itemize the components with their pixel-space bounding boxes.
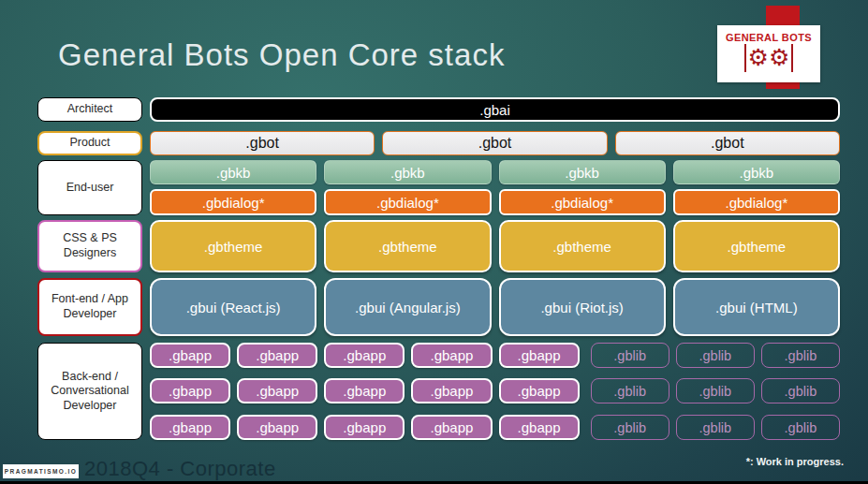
gbtheme-box: .gbtheme [324,220,491,272]
row-label-product: Product [37,131,142,155]
gbkb-box: .gbkb [324,160,491,184]
gbui-riot-box: .gbui (Riot.js) [499,278,666,336]
footer-caption: 2018Q4 - Corporate [84,457,276,481]
gbapp-box: .gbapp [237,343,317,368]
row-label-designers: CSS & PS Designers [37,220,142,272]
gblib-box: .gblib [761,378,840,403]
gbui-angular-box: .gbui (Angular.js) [324,278,491,336]
gear-bar-left [744,44,746,72]
gbdialog-box: .gbdialog* [150,189,316,215]
gblib-box: .gblib [761,343,840,368]
row-gbai: .gbai [150,97,840,122]
gbapp-box: .gbapp [237,378,317,403]
gblib-box: .gblib [761,415,840,440]
gbapp-box: .gbapp [411,343,492,368]
gbkb-box: .gbkb [499,160,666,184]
pragmatismo-logo: PRAGMATISMO.IO [3,464,79,478]
gbui-html-box: .gbui (HTML) [673,278,840,336]
row-gbdialog: .gbdialog* .gbdialog* .gbdialog* .gbdial… [150,189,840,215]
gblib-box: .gblib [676,378,755,403]
gbai-box: .gbai [150,97,840,122]
gbdialog-box: .gbdialog* [673,189,840,215]
row-label-backend: Back-end / Conversational Developer [37,343,142,440]
gbtheme-box: .gbtheme [673,220,840,272]
gbapp-box: .gbapp [499,415,580,440]
gbot-box: .gbot [615,131,840,155]
gbapp-box: .gbapp [324,343,405,368]
gbapp-box: .gbapp [150,343,230,368]
gear-bar-right [791,44,793,72]
gbapp-box: .gbapp [411,415,492,440]
gbot-box: .gbot [150,131,375,155]
gbui-react-box: .gbui (React.js) [150,278,316,336]
gbkb-box: .gbkb [150,160,316,184]
gblib-box: .gblib [591,378,669,403]
gblib-box: .gblib [676,343,755,368]
general-bots-logo: GENERAL BOTS ⚙⚙ [717,25,820,82]
gbapp-box: .gbapp [499,378,580,403]
row-backend-1: .gbapp .gbapp .gbapp .gbapp .gbapp .gbli… [150,343,840,368]
gbdialog-box: .gbdialog* [499,189,666,215]
gbapp-box: .gbapp [499,343,580,368]
row-gbkb: .gbkb .gbkb .gbkb .gbkb [150,160,840,184]
row-gbot: .gbot .gbot .gbot [150,131,840,155]
gbapp-box: .gbapp [411,378,492,403]
gblib-box: .gblib [676,415,755,440]
row-gbui: .gbui (React.js) .gbui (Angular.js) .gbu… [150,278,840,336]
row-label-frontend: Font-end / App Developer [37,278,142,336]
gbapp-box: .gbapp [150,378,230,403]
logo-brand-text: GENERAL BOTS [726,32,812,43]
row-backend-2: .gbapp .gbapp .gbapp .gbapp .gbapp .gbli… [150,378,840,403]
row-label-end-user: End-user [37,160,142,215]
row-backend-3: .gbapp .gbapp .gbapp .gbapp .gbapp .gbli… [150,415,840,440]
page-title: General Bots Open Core stack [58,37,505,73]
gbdialog-box: .gbdialog* [324,189,491,215]
gbapp-box: .gbapp [237,415,317,440]
gears-icon: ⚙⚙ [744,44,794,72]
gblib-box: .gblib [591,415,669,440]
gear-glyphs: ⚙⚙ [748,45,790,71]
gbapp-box: .gbapp [324,415,405,440]
work-in-progress-note: *: Work in progress. [746,456,844,467]
row-label-architect: Architect [37,97,142,122]
gbtheme-box: .gbtheme [150,220,316,272]
pragmatismo-logo-text: PRAGMATISMO.IO [5,468,77,475]
slide: General Bots Open Core stack GENERAL BOT… [0,0,868,484]
gbapp-box: .gbapp [324,378,405,403]
gblib-box: .gblib [591,343,669,368]
gbot-box: .gbot [382,131,607,155]
gbkb-box: .gbkb [673,160,840,184]
row-gbtheme: .gbtheme .gbtheme .gbtheme .gbtheme [150,220,840,272]
gbapp-box: .gbapp [150,415,230,440]
gbtheme-box: .gbtheme [499,220,666,272]
